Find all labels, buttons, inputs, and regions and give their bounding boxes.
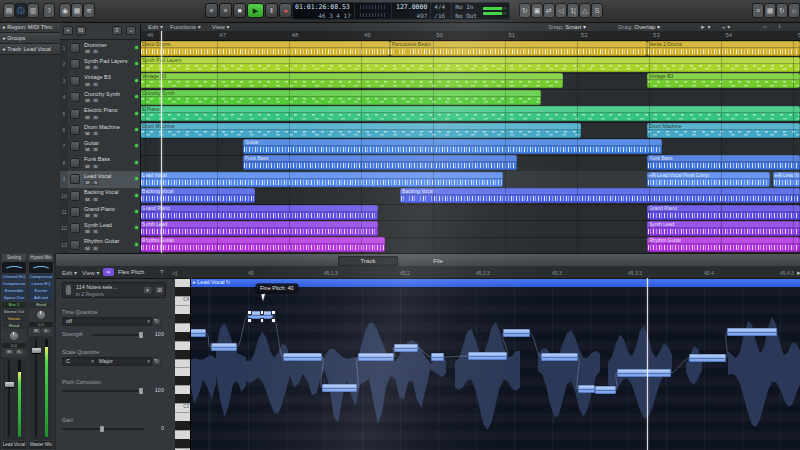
region-rhythm-guitar[interactable]: Rhythm Guitar — [140, 237, 385, 252]
pointer-tool-menu[interactable]: ► ▾ — [700, 23, 711, 30]
flex-mode-label[interactable]: Flex Pitch — [118, 269, 144, 275]
metronome-button[interactable]: △ — [579, 3, 591, 18]
solo-button[interactable]: S — [92, 65, 99, 70]
track-header-drummer[interactable]: 1DrummerMS — [60, 40, 140, 57]
stop-button[interactable]: ■ — [233, 3, 246, 18]
fader-cap[interactable] — [32, 348, 41, 353]
mute-button[interactable]: M — [84, 246, 91, 251]
track-header-crunchy-synth[interactable]: 4Crunchy SynthMS — [60, 89, 140, 106]
region-crunchy-synth[interactable]: Crunchy Synth — [140, 90, 541, 105]
region-lead-v-[interactable]: ▸⊞ Lead V… — [773, 172, 800, 187]
note-handle[interactable] — [271, 318, 276, 323]
strip-solo-button[interactable]: S — [42, 328, 51, 334]
rewind-button[interactable]: « — [205, 3, 218, 18]
solo-button[interactable]: S — [92, 213, 99, 218]
time-quantize-apply-button[interactable]: ↻ — [152, 317, 161, 326]
v-zoom-control[interactable]: ↕ — [778, 23, 781, 29]
track-header-rhythm-guitar[interactable]: 13Rhythm GuitarMS — [60, 237, 140, 254]
snap-menu[interactable]: Snap: Smart ▾ — [548, 23, 586, 30]
group-slot[interactable]: Vocals — [2, 316, 26, 322]
region-disco-drums[interactable]: Disco Drums — [140, 41, 390, 56]
add-track-button[interactable]: + — [63, 26, 73, 35]
note-handle[interactable] — [247, 318, 252, 323]
browser-icon[interactable]: ↻ — [776, 3, 788, 18]
editors-icon[interactable]: ≋ — [83, 3, 95, 18]
track-header-grand-piano[interactable]: 11Grand PianoMS — [60, 204, 140, 221]
mute-button[interactable]: M — [84, 82, 91, 87]
flex-pitch-note[interactable] — [211, 343, 237, 351]
flex-pitch-note[interactable] — [283, 353, 322, 361]
region-drum-machine[interactable]: Drum Machine — [140, 123, 581, 138]
plugin-slot[interactable]: Linear EQ — [29, 281, 53, 287]
inspector-section-1[interactable]: ▸ Groups — [0, 33, 60, 44]
scale-root-select[interactable]: C▾ — [62, 357, 96, 366]
output-slot[interactable]: Stereo Out — [2, 309, 26, 315]
region-guitar[interactable]: Guitar — [243, 139, 662, 154]
region-grand-piano[interactable]: Grand Piano — [140, 205, 378, 220]
autopunch-button[interactable]: ▣ — [531, 3, 543, 18]
library-icon[interactable]: ▤ — [3, 3, 15, 18]
arrange-area[interactable]: Disco DrumsPercussive BeatsVerse 2 Drums… — [140, 40, 800, 253]
region-synth-pad-layers[interactable]: Synth Pad Layers — [140, 57, 800, 72]
track-header-guitar[interactable]: 7GuitarMS — [60, 138, 140, 155]
solo-button[interactable]: S — [92, 98, 99, 103]
region-funk-bass[interactable]: Funk Bass — [243, 155, 517, 170]
count-in-button[interactable]: 1| — [567, 3, 579, 18]
strip-setting-button[interactable]: Hyped Mix — [29, 254, 53, 261]
replace-button[interactable]: ⇄ — [543, 3, 555, 18]
playhead-arrange[interactable] — [161, 31, 162, 253]
command-tool-menu[interactable]: + ▾ — [722, 23, 730, 30]
track-sort-button[interactable]: ≡ — [112, 26, 122, 35]
play-button[interactable]: ▶ — [247, 3, 264, 18]
mute-button[interactable]: M — [84, 98, 91, 103]
region-lead-vocal[interactable]: Lead Vocal — [140, 172, 503, 187]
selection-menu-button[interactable]: ⊞ — [155, 286, 164, 294]
strip-mute-button[interactable]: M — [32, 328, 41, 334]
plugin-slot[interactable]: Exciter — [29, 288, 53, 294]
track-header-lead-vocal[interactable]: 9Lead VocalMS — [60, 171, 140, 188]
catch-icon[interactable]: ? — [160, 269, 163, 275]
note-handle[interactable] — [260, 318, 265, 323]
solo-button[interactable]: S — [92, 164, 99, 169]
flex-pitch-note[interactable] — [578, 385, 595, 393]
track-header-backing-vocal[interactable]: 10Backing VocalMS — [60, 188, 140, 205]
region-synth-lead[interactable]: Synth Lead — [647, 221, 800, 236]
forward-button[interactable]: » — [219, 3, 232, 18]
volume-fader[interactable] — [2, 357, 26, 440]
flex-pitch-note[interactable] — [541, 353, 578, 361]
solo-button[interactable]: S — [92, 147, 99, 152]
plugin-slot[interactable]: Compressor — [29, 274, 53, 280]
inspector-section-2[interactable]: ▸ Track: Lead Vocal — [0, 44, 60, 55]
arrange-ruler[interactable]: 46474849505152535455 — [140, 31, 800, 41]
strip-setting-button[interactable]: Setting — [2, 254, 26, 261]
note-handle[interactable] — [260, 310, 265, 315]
plugin-slot[interactable]: Compressor — [2, 281, 26, 287]
solo-button[interactable]: S — [92, 82, 99, 87]
editor-edit-menu[interactable]: Edit ▾ — [62, 269, 77, 276]
lcd-display[interactable]: 01:01:26:08.53 46 3 4 17 127.0000 497 4/… — [292, 2, 510, 20]
settings-icon[interactable]: ☼ — [788, 3, 800, 18]
pan-knob[interactable] — [29, 309, 53, 321]
quick-help-icon[interactable]: ? — [43, 3, 55, 18]
editor-view-menu[interactable]: View ▾ — [82, 269, 100, 276]
strip-eq-thumbnail[interactable] — [2, 262, 26, 273]
h-zoom-control[interactable]: ↔ — [762, 23, 768, 29]
mute-button[interactable]: M — [84, 147, 91, 152]
scale-quantize-apply-button[interactable]: ↻ — [152, 357, 161, 366]
flex-pitch-note[interactable] — [358, 353, 394, 361]
list-editors-icon[interactable]: ≡ — [752, 3, 764, 18]
toolbar-icon[interactable]: ▥ — [27, 3, 39, 18]
mute-button[interactable]: M — [84, 229, 91, 234]
flex-pitch-note[interactable] — [689, 354, 726, 362]
track-header-vintage-b3[interactable]: 3Vintage B3MS — [60, 73, 140, 90]
track-header-synth-pad-layers[interactable]: 2Synth Pad LayersMS — [60, 56, 140, 73]
cycle-button[interactable]: ↻ — [519, 3, 531, 18]
region-lead-vocal-final-comp[interactable]: ▸⊞ Lead Vocal Final Comp — [647, 172, 770, 187]
strip-solo-button[interactable]: S — [15, 349, 24, 355]
strip-eq-thumbnail[interactable] — [29, 262, 53, 273]
arrange-menu-functions[interactable]: Functions ▾ — [170, 23, 201, 30]
region-backing-vocal[interactable]: Backing Vocal — [140, 188, 255, 203]
mute-button[interactable]: M — [84, 131, 91, 136]
region-funk-bass[interactable]: Funk Bass — [647, 155, 800, 170]
flex-pitch-note[interactable] — [503, 329, 530, 337]
